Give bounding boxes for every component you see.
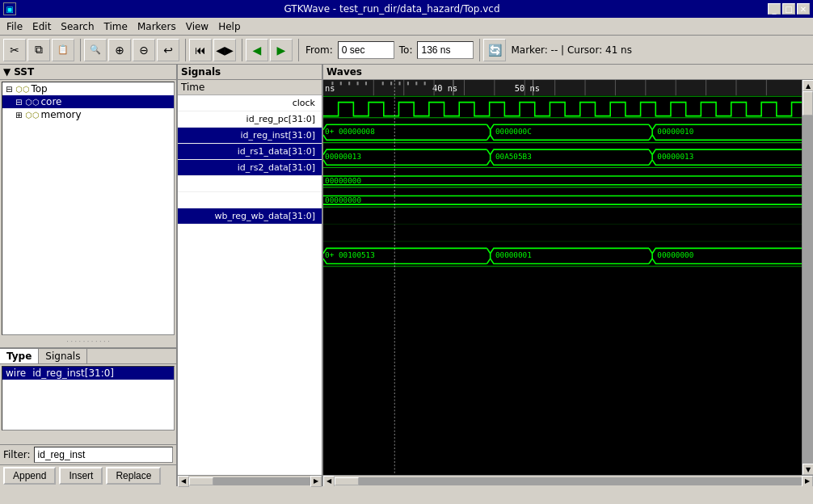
- vscroll-down-btn[interactable]: ▼: [802, 464, 813, 475]
- append-button[interactable]: Append: [3, 467, 56, 485]
- hscroll-left-btn[interactable]: ◀: [178, 476, 189, 487]
- node-icon-core: ⬡⬡: [25, 98, 39, 107]
- refresh-button[interactable]: 🔄: [483, 39, 506, 61]
- menu-edit[interactable]: Edit: [27, 19, 56, 34]
- sst-panel: ▼ SST ⊟ ⬡⬡ Top ⊟ ⬡⬡ core ⊞ ⬡⬡ memory: [0, 65, 178, 486]
- window-icon: ▣: [3, 2, 16, 15]
- signals-hscroll[interactable]: ◀ ▶: [178, 475, 322, 486]
- signals-panel: Signals Time clock id_reg_pc[31:0] id_re…: [178, 65, 323, 486]
- vscroll-up-btn[interactable]: ▲: [802, 80, 813, 91]
- minimize-button[interactable]: _: [768, 3, 781, 15]
- menu-help[interactable]: Help: [213, 19, 245, 34]
- waves-hscroll-right[interactable]: ▶: [802, 476, 813, 487]
- from-label: From:: [302, 44, 336, 56]
- svg-text:0000000C: 0000000C: [495, 127, 532, 136]
- tree-item-core[interactable]: ⊟ ⬡⬡ core: [2, 95, 174, 108]
- hscroll-thumb[interactable]: [189, 477, 213, 485]
- svg-rect-28: [398, 82, 400, 85]
- zoom-out-button[interactable]: ⊖: [133, 39, 155, 61]
- filter-input[interactable]: [34, 447, 173, 463]
- signal-row-clock[interactable]: clock: [178, 95, 322, 111]
- signal-row-empty1: [178, 176, 322, 192]
- to-input[interactable]: [417, 41, 474, 59]
- titlebar-controls[interactable]: _ □ ✕: [768, 3, 810, 15]
- to-label: To:: [396, 44, 416, 56]
- fwd-button[interactable]: ▶: [270, 39, 293, 61]
- back-button[interactable]: ◀: [246, 39, 268, 61]
- prev-button[interactable]: ◀▶: [213, 39, 236, 61]
- undo-button[interactable]: ↩: [157, 39, 179, 61]
- svg-text:50 ns: 50 ns: [515, 83, 540, 93]
- insert-button[interactable]: Insert: [59, 467, 103, 485]
- svg-text:0+ 00000008: 0+ 00000008: [325, 127, 375, 136]
- zoom-fit-button[interactable]: 🔍: [84, 39, 107, 61]
- first-button[interactable]: ⏮: [189, 39, 212, 61]
- waves-vscroll[interactable]: ▲ ▼: [802, 80, 813, 475]
- svg-rect-23: [348, 82, 350, 85]
- type-col: wire: [6, 368, 32, 379]
- hscroll-right-btn[interactable]: ▶: [310, 476, 322, 487]
- waves-hscroll-track[interactable]: [335, 477, 802, 485]
- collapse-icon[interactable]: ▼: [3, 66, 11, 78]
- node-icon-top: ⬡⬡: [15, 85, 29, 94]
- svg-rect-26: [382, 82, 384, 85]
- signal-label-wb: wb_reg_wb_data[31:0]: [214, 211, 315, 221]
- expand-icon-core[interactable]: ⊟: [15, 98, 23, 107]
- signal-row-wb[interactable]: wb_reg_wb_data[31:0]: [178, 208, 322, 225]
- signal-row-inst[interactable]: id_reg_inst[31:0]: [178, 128, 322, 144]
- vscroll-track[interactable]: [802, 91, 813, 464]
- menu-markers[interactable]: Markers: [133, 19, 181, 34]
- filter-bar: Filter:: [0, 444, 176, 464]
- waves-hscroll-left[interactable]: ◀: [323, 476, 335, 487]
- titlebar-title: GTKWave - test_run_dir/data_hazard/Top.v…: [16, 3, 768, 15]
- action-bar: Append Insert Replace: [0, 464, 176, 486]
- main-area: ▼ SST ⊟ ⬡⬡ Top ⊟ ⬡⬡ core ⊞ ⬡⬡ memory: [0, 65, 813, 486]
- signal-row-rs1[interactable]: id_rs1_data[31:0]: [178, 144, 322, 160]
- hscroll-track[interactable]: [189, 477, 310, 485]
- sst-separator: · · · · · · · · · · ·: [0, 337, 176, 347]
- svg-text:00000001: 00000001: [495, 250, 532, 259]
- waves-canvas[interactable]: ns 40 ns 50 ns: [323, 80, 802, 475]
- waves-hscroll-thumb[interactable]: [335, 477, 359, 485]
- toolbar-sep5: [477, 39, 480, 61]
- tree-item-top[interactable]: ⊟ ⬡⬡ Top: [2, 82, 174, 95]
- sst-tree[interactable]: ⊟ ⬡⬡ Top ⊟ ⬡⬡ core ⊞ ⬡⬡ memory: [2, 82, 175, 335]
- zoom-in-button[interactable]: ⊕: [108, 39, 131, 61]
- signals-header: Signals: [178, 65, 322, 80]
- svg-text:00000013: 00000013: [325, 152, 361, 161]
- maximize-button[interactable]: □: [782, 3, 795, 15]
- tree-item-memory[interactable]: ⊞ ⬡⬡ memory: [2, 108, 174, 121]
- type-signals-row[interactable]: wire id_reg_inst[31:0]: [2, 367, 174, 380]
- type-signals-tabs: Type Signals: [0, 349, 176, 364]
- svg-rect-30: [415, 82, 417, 85]
- menu-file[interactable]: File: [2, 19, 27, 34]
- menu-time[interactable]: Time: [99, 19, 133, 34]
- svg-text:00000010: 00000010: [657, 127, 693, 136]
- sst-header: ▼ SST: [0, 65, 176, 80]
- cut-button[interactable]: ✂: [3, 39, 26, 61]
- tab-type[interactable]: Type: [0, 349, 39, 363]
- signal-label-rs1: id_rs1_data[31:0]: [238, 146, 315, 157]
- tab-signals[interactable]: Signals: [39, 349, 87, 363]
- vscroll-thumb[interactable]: [802, 91, 813, 116]
- close-button[interactable]: ✕: [797, 3, 810, 15]
- signal-label-pc: id_reg_pc[31:0]: [246, 114, 315, 124]
- signal-row-pc[interactable]: id_reg_pc[31:0]: [178, 111, 322, 128]
- toolbar-sep1: [78, 39, 81, 61]
- titlebar: ▣ GTKWave - test_run_dir/data_hazard/Top…: [0, 0, 813, 18]
- expand-icon-top[interactable]: ⊟: [6, 85, 14, 94]
- toolbar-sep4: [296, 39, 299, 61]
- menu-view[interactable]: View: [181, 19, 213, 34]
- paste-button[interactable]: 📋: [52, 39, 74, 61]
- expand-icon-memory[interactable]: ⊞: [15, 111, 23, 120]
- marker-cursor-text: Marker: -- | Cursor: 41 ns: [508, 44, 635, 56]
- waves-hscroll[interactable]: ◀ ▶: [323, 475, 813, 486]
- replace-button[interactable]: Replace: [106, 467, 161, 485]
- menu-search[interactable]: Search: [56, 19, 99, 34]
- signal-row-rs2[interactable]: id_rs2_data[31:0]: [178, 160, 322, 176]
- svg-text:00000000: 00000000: [325, 175, 361, 184]
- signal-col: id_reg_inst[31:0]: [32, 368, 120, 379]
- from-input[interactable]: [338, 41, 394, 59]
- copy-button[interactable]: ⧉: [27, 39, 50, 61]
- svg-text:40 ns: 40 ns: [432, 83, 457, 93]
